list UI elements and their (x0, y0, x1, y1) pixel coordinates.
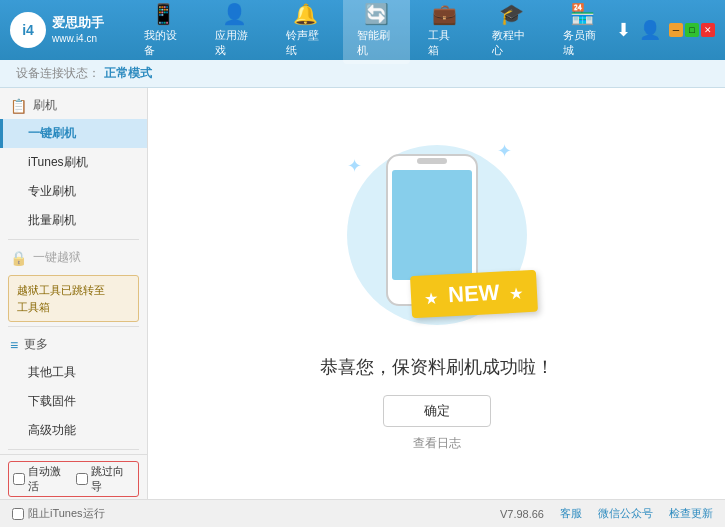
view-log-link[interactable]: 查看日志 (413, 435, 461, 452)
svg-rect-1 (392, 170, 472, 280)
bottom-right: V7.98.66 客服 微信公众号 检查更新 (500, 506, 713, 521)
sidebar-item-pro[interactable]: 专业刷机 (0, 177, 147, 206)
nav-tab-label: 工具箱 (428, 28, 460, 58)
window-controls: ─ □ ✕ (669, 23, 715, 37)
sidebar-more-header[interactable]: ≡ 更多 (0, 331, 147, 358)
logo-area: i4 爱思助手 www.i4.cn (10, 12, 130, 48)
bottom-bar: 阻止iTunes运行 V7.98.66 客服 微信公众号 检查更新 (0, 499, 725, 527)
subheader: 设备连接状态： 正常模式 (0, 60, 725, 88)
flash-section-icon: 📋 (10, 98, 27, 114)
nav-tab-app-game[interactable]: 👤 应用游戏 (201, 0, 268, 64)
sidebar-item-one-click[interactable]: 一键刷机 (0, 119, 147, 148)
header-right: ⬇ 👤 ─ □ ✕ (616, 19, 715, 41)
nav-tabs: 📱 我的设备 👤 应用游戏 🔔 铃声壁纸 🔄 智能刷机 💼 工具箱 🎓 教程中心… (130, 0, 616, 64)
sidebar-divider-2 (8, 326, 139, 327)
bottom-left: 阻止iTunes运行 (12, 506, 105, 521)
auto-activate-check[interactable]: 自动激活 (13, 464, 72, 494)
svg-rect-2 (417, 158, 447, 164)
device-area: 自动激活 跳过向导 📱 iPhone 15 Pro Max 512GB iPho… (0, 454, 147, 499)
auto-guide-check[interactable]: 跳过向导 (76, 464, 135, 494)
sidebar-item-itunes[interactable]: iTunes刷机 (0, 148, 147, 177)
itunes-block-text: 阻止iTunes运行 (28, 506, 105, 521)
wechat-link[interactable]: 微信公众号 (598, 506, 653, 521)
nav-tab-toolbox[interactable]: 💼 工具箱 (414, 0, 474, 64)
jailbreak-notice-text: 越狱工具已跳转至 工具箱 (17, 284, 105, 313)
pro-label: 专业刷机 (28, 184, 76, 198)
phone-illustration: ✦ ✦ NEW (327, 135, 547, 335)
more-section-icon: ≡ (10, 337, 18, 353)
itunes-block-label[interactable]: 阻止iTunes运行 (12, 506, 105, 521)
logo-brand: 爱思助手 (52, 14, 104, 32)
sidebar-section-flash-header[interactable]: 📋 刷机 (0, 92, 147, 119)
sidebar-divider-3 (8, 449, 139, 450)
nav-tab-label: 我的设备 (144, 28, 183, 58)
sidebar-item-other-tools[interactable]: 其他工具 (0, 358, 147, 387)
smart-flash-icon: 🔄 (364, 2, 389, 26)
flash-section-label: 刷机 (33, 97, 57, 114)
one-click-label: 一键刷机 (28, 126, 76, 140)
minimize-button[interactable]: ─ (669, 23, 683, 37)
logo-icon: i4 (10, 12, 46, 48)
tutorial-icon: 🎓 (499, 2, 524, 26)
sidebar-section-flash: 📋 刷机 一键刷机 iTunes刷机 专业刷机 批量刷机 (0, 92, 147, 235)
content-area: ✦ ✦ NEW 恭喜您，保资料刷机成功啦！ 确定 查看日志 (148, 88, 725, 499)
auto-activate-label: 自动激活 (28, 464, 72, 494)
sidebar-section-more: ≡ 更多 其他工具 下载固件 高级功能 (0, 331, 147, 445)
auto-guide-label: 跳过向导 (91, 464, 135, 494)
sparkle-icon-2: ✦ (497, 140, 512, 162)
main-layout: 📋 刷机 一键刷机 iTunes刷机 专业刷机 批量刷机 🔒 一键越狱 (0, 88, 725, 499)
advanced-label: 高级功能 (28, 423, 76, 437)
new-badge: NEW (410, 270, 538, 319)
nav-tab-label: 智能刷机 (357, 28, 396, 58)
sidebar: 📋 刷机 一键刷机 iTunes刷机 专业刷机 批量刷机 🔒 一键越狱 (0, 88, 148, 499)
success-message: 恭喜您，保资料刷机成功啦！ (320, 355, 554, 379)
confirm-button[interactable]: 确定 (383, 395, 491, 427)
more-section-label: 更多 (24, 336, 48, 353)
sidebar-item-advanced[interactable]: 高级功能 (0, 416, 147, 445)
nav-tab-smart-flash[interactable]: 🔄 智能刷机 (343, 0, 410, 64)
connection-mode: 正常模式 (104, 65, 152, 82)
version-label: V7.98.66 (500, 508, 544, 520)
subheader-prefix: 设备连接状态： (16, 65, 100, 82)
jailbreak-label: 一键越狱 (33, 249, 81, 266)
auto-activate-checkbox[interactable] (13, 473, 25, 485)
header: i4 爱思助手 www.i4.cn 📱 我的设备 👤 应用游戏 🔔 铃声壁纸 🔄… (0, 0, 725, 60)
nav-tab-label: 教程中心 (492, 28, 531, 58)
logo-text: 爱思助手 www.i4.cn (52, 14, 104, 46)
sparkle-icon-1: ✦ (347, 155, 362, 177)
toolbox-icon: 💼 (432, 2, 457, 26)
download-btn[interactable]: ⬇ (616, 19, 631, 41)
customer-service-link[interactable]: 客服 (560, 506, 582, 521)
my-device-icon: 📱 (151, 2, 176, 26)
itunes-label: iTunes刷机 (28, 155, 88, 169)
check-update-link[interactable]: 检查更新 (669, 506, 713, 521)
maximize-button[interactable]: □ (685, 23, 699, 37)
new-badge-text: NEW (447, 280, 500, 308)
app-game-icon: 👤 (222, 2, 247, 26)
nav-tab-ringtone[interactable]: 🔔 铃声壁纸 (272, 0, 339, 64)
nav-tab-label: 务员商城 (563, 28, 602, 58)
logo-letter: i4 (22, 22, 34, 38)
logo-url: www.i4.cn (52, 32, 104, 46)
batch-label: 批量刷机 (28, 213, 76, 227)
sidebar-item-download-fw[interactable]: 下载固件 (0, 387, 147, 416)
nav-tab-my-device[interactable]: 📱 我的设备 (130, 0, 197, 64)
sidebar-item-batch[interactable]: 批量刷机 (0, 206, 147, 235)
auto-guide-checkbox[interactable] (76, 473, 88, 485)
user-btn[interactable]: 👤 (639, 19, 661, 41)
nav-tab-label: 应用游戏 (215, 28, 254, 58)
lock-icon: 🔒 (10, 250, 27, 266)
nav-tab-service[interactable]: 🏪 务员商城 (549, 0, 616, 64)
sidebar-section-jailbreak: 🔒 一键越狱 越狱工具已跳转至 工具箱 (0, 244, 147, 322)
sidebar-divider-1 (8, 239, 139, 240)
itunes-block-checkbox[interactable] (12, 508, 24, 520)
other-tools-label: 其他工具 (28, 365, 76, 379)
auto-options: 自动激活 跳过向导 (8, 461, 139, 497)
sidebar-jailbreak-header: 🔒 一键越狱 (0, 244, 147, 271)
ringtone-icon: 🔔 (293, 2, 318, 26)
service-icon: 🏪 (570, 2, 595, 26)
close-button[interactable]: ✕ (701, 23, 715, 37)
jailbreak-notice: 越狱工具已跳转至 工具箱 (8, 275, 139, 322)
download-fw-label: 下载固件 (28, 394, 76, 408)
nav-tab-tutorial[interactable]: 🎓 教程中心 (478, 0, 545, 64)
